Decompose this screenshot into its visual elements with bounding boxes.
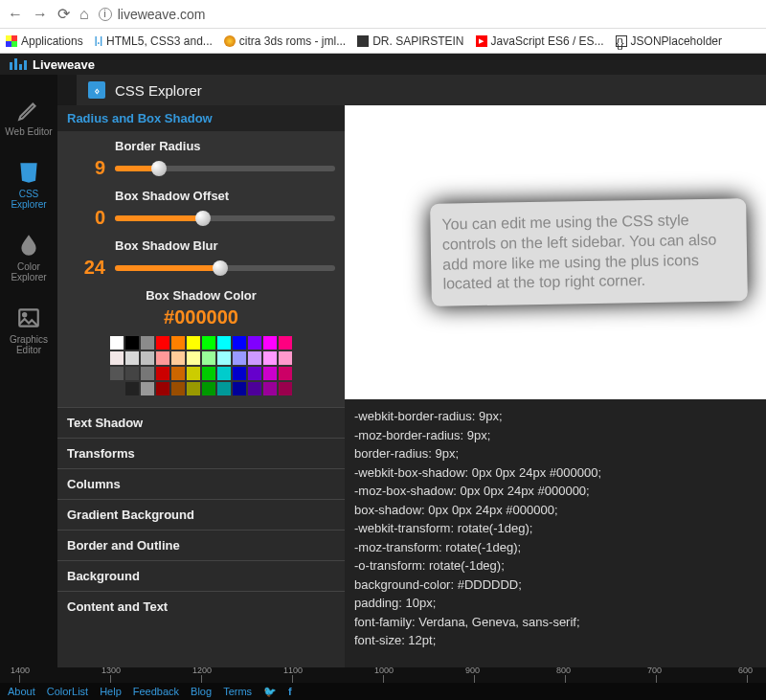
home-icon[interactable]: ⌂ [79,6,89,23]
color-swatch[interactable] [171,336,185,350]
footer-colorlist[interactable]: ColorList [47,686,88,697]
slider-track[interactable] [115,215,335,221]
app-logo[interactable]: Liveweave [10,57,95,72]
color-swatch[interactable] [248,382,261,395]
color-swatch[interactable] [110,382,124,395]
slider-thumb[interactable] [195,211,211,226]
color-swatch[interactable] [217,382,231,395]
color-swatch[interactable] [279,336,292,350]
color-swatch[interactable] [171,382,185,395]
slider-thumb[interactable] [151,161,167,176]
sidebar-item-web-editor[interactable]: Web Editor [1,94,56,141]
section-gradient-background[interactable]: Gradient Background [57,499,345,530]
code-line: -moz-border-radius: 9px; [354,426,756,445]
color-swatch[interactable] [156,351,169,365]
color-swatch[interactable] [125,336,139,350]
footer-help[interactable]: Help [100,686,122,697]
color-swatch[interactable] [279,351,292,365]
color-swatch[interactable] [248,367,261,380]
bookmark-sapirstein[interactable]: DR. SAPIRSTEIN [357,34,463,48]
color-swatch[interactable] [279,367,292,380]
color-swatch[interactable] [233,336,246,350]
footer-feedback[interactable]: Feedback [133,686,179,697]
color-swatch[interactable] [263,382,277,395]
slider-thumb[interactable] [213,260,228,276]
color-swatch[interactable] [217,367,231,380]
color-swatch[interactable] [202,367,215,380]
color-swatch[interactable] [171,351,185,365]
slider-label: Border Radius [115,139,335,153]
section-background[interactable]: Background [57,560,345,591]
color-swatch[interactable] [141,336,154,350]
twitter-icon[interactable]: 🐦 [263,686,277,698]
color-swatch[interactable] [141,382,154,395]
footer-terms[interactable]: Terms [223,686,252,697]
sidebar-item-color-explorer[interactable]: Color Explorer [0,229,57,286]
section-border-and-outline[interactable]: Border and Outline [57,530,345,560]
ruler-tick [656,675,657,683]
color-swatch[interactable] [125,367,139,380]
facebook-icon[interactable]: f [288,686,292,697]
color-swatch[interactable] [263,336,277,350]
color-swatch[interactable] [202,351,215,365]
color-swatch[interactable] [125,382,139,395]
bookmark-jses6[interactable]: ▶JavaScript ES6 / ES... [476,34,604,48]
color-swatch[interactable] [202,382,215,395]
sidebar-item-graphics-editor[interactable]: Graphics Editor [0,302,57,359]
color-swatch[interactable] [202,336,215,350]
slider-track[interactable] [115,265,335,271]
section-columns[interactable]: Columns [57,468,345,499]
color-swatch[interactable] [263,351,277,365]
color-swatch[interactable] [248,336,261,350]
forward-icon[interactable]: → [33,6,48,23]
color-swatch[interactable] [233,382,246,395]
bookmark-html5[interactable]: |.|HTML5, CSS3 and... [95,34,213,48]
bookmark-applications[interactable]: Applications [6,34,83,48]
color-swatch[interactable] [141,367,154,380]
color-swatch[interactable] [263,367,277,380]
sidebar-item-css-explorer[interactable]: CSS Explorer [0,156,57,214]
color-swatch[interactable] [248,351,261,365]
footer-about[interactable]: About [8,686,35,697]
color-swatch[interactable] [233,351,246,365]
color-swatch[interactable] [156,382,169,395]
ruler-tick [474,675,475,683]
color-swatch[interactable] [110,351,124,365]
slider-label: Box Shadow Offset [115,189,335,203]
section-header-radius-shadow[interactable]: Radius and Box Shadow [57,105,345,131]
bookmark-jsonplaceholder[interactable]: {}JSONPlaceholder [616,34,722,48]
color-swatch[interactable] [217,336,231,350]
color-swatch[interactable] [171,367,185,380]
color-swatch[interactable] [217,351,231,365]
address-bar[interactable]: i liveweave.com [99,7,206,22]
back-icon[interactable]: ← [8,6,23,23]
panel-title: CSS Explorer [115,82,202,99]
section-transforms[interactable]: Transforms [57,438,345,468]
color-swatch[interactable] [187,367,200,380]
color-swatch[interactable] [141,351,154,365]
app-header: Liveweave [0,54,766,75]
section-content-and-text[interactable]: Content and Text [57,591,345,621]
slider-track[interactable] [115,166,335,171]
color-swatch[interactable] [233,367,246,380]
code-output[interactable]: -webkit-border-radius: 9px;-moz-border-r… [345,399,766,667]
color-swatch[interactable] [156,336,169,350]
code-line: -o-transform: rotate(-1deg); [354,556,756,576]
color-swatch[interactable] [125,351,139,365]
footer-blog[interactable]: Blog [191,686,212,697]
color-swatch[interactable] [279,382,292,395]
section-text-shadow[interactable]: Text Shadow [57,407,345,438]
color-swatch[interactable] [156,367,169,380]
color-swatch[interactable] [187,382,200,395]
bookmark-citra[interactable]: citra 3ds roms - jml... [224,34,346,48]
color-swatch[interactable] [187,351,200,365]
color-swatch[interactable] [110,367,124,380]
reload-icon[interactable]: ⟳ [57,5,70,23]
slider-border-radius: Border Radius 9 [67,139,335,179]
color-swatch[interactable] [110,336,124,350]
info-icon[interactable]: i [99,8,112,21]
code-line: padding: 10px; [354,594,756,613]
preview-box[interactable]: You can edit me using the CSS style cont… [430,198,748,306]
code-line: box-shadow: 0px 0px 24px #000000; [354,501,756,520]
color-swatch[interactable] [187,336,200,350]
